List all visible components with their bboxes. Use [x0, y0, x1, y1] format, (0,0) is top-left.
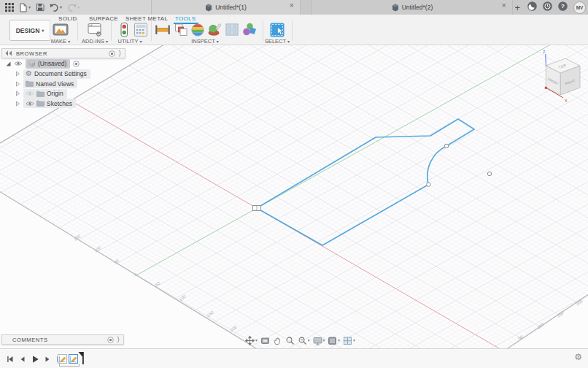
utility-group-label[interactable]: UTILITY▾	[118, 38, 142, 45]
browser-panel-header[interactable]: BROWSER	[1, 48, 125, 58]
sketch-point[interactable]	[427, 183, 430, 186]
titlebar-right-controls: + ? MV	[514, 0, 586, 15]
sketch-point[interactable]	[444, 144, 448, 147]
sketch-feature-icon[interactable]	[69, 354, 78, 364]
sketch-point[interactable]	[487, 172, 491, 175]
timeline-sketch-feature-1[interactable]	[58, 353, 67, 363]
step-back-button[interactable]	[18, 353, 27, 367]
hand-tool[interactable]	[273, 336, 282, 345]
inspect-section-analysis-icon[interactable]	[223, 21, 241, 39]
utility-traffic-light-icon[interactable]	[115, 21, 133, 39]
inspect-interference-icon[interactable]	[172, 21, 190, 39]
help-button[interactable]: ?	[558, 1, 568, 14]
job-status-button[interactable]	[543, 1, 552, 14]
display-icon[interactable]	[313, 336, 322, 345]
browser-item-sketches[interactable]: Sketches	[15, 99, 76, 108]
ribbon-divider	[77, 20, 78, 41]
tool-caret-icon[interactable]: ▾	[255, 338, 258, 342]
select-button[interactable]	[268, 21, 286, 39]
add-ins-group-label[interactable]: ADD-INS▾	[82, 38, 108, 45]
select-group-label[interactable]: SELECT▾	[265, 38, 290, 45]
extensions-button[interactable]	[527, 1, 537, 14]
browser-item-origin[interactable]: Origin	[15, 89, 67, 98]
display-tool[interactable]: ▾	[313, 336, 325, 345]
pan-tool[interactable]: ▾	[245, 336, 258, 345]
viewports-tool[interactable]: ▾	[343, 336, 355, 345]
effects-tool[interactable]: ▾	[328, 336, 340, 345]
scene-svg[interactable]: 150100500-50-100-150-20050100150200 TOPF…	[0, 45, 588, 348]
ribbon-divider	[111, 20, 112, 41]
browser-root-row[interactable]: (Unsaved)	[6, 59, 80, 68]
document-tab-1-close-icon[interactable]: ×	[290, 1, 294, 9]
inspect-draft-analysis-icon[interactable]	[206, 21, 223, 39]
effects-icon[interactable]	[328, 336, 337, 345]
panel-handle-icon[interactable]	[119, 50, 122, 57]
fit-icon[interactable]	[260, 336, 270, 345]
expand-caret-icon[interactable]	[15, 101, 20, 107]
activate-radio-icon[interactable]	[73, 61, 80, 67]
settings-gear-icon[interactable]: ⚙	[574, 352, 582, 362]
browser-item-document-settings[interactable]: ⚙Document Settings	[15, 69, 90, 78]
browser-panel-title: BROWSER	[16, 50, 105, 57]
sketch-feature-icon[interactable]	[58, 354, 67, 364]
document-tab-1[interactable]: Untitled*(1) ×	[151, 0, 301, 15]
modeling-canvas[interactable]: 150100500-50-100-150-20050100150200 TOPF…	[0, 45, 588, 348]
make-button[interactable]	[52, 21, 69, 39]
tool-caret-icon[interactable]: ▾	[308, 338, 310, 342]
hand-icon[interactable]	[273, 336, 282, 345]
tool-caret-icon[interactable]: ▾	[323, 338, 325, 342]
zoom-tool[interactable]	[285, 336, 295, 345]
visibility-eye-icon[interactable]	[26, 101, 34, 107]
expand-caret-icon[interactable]	[15, 71, 20, 77]
pan-icon[interactable]	[245, 336, 255, 345]
document-tab-2[interactable]: Untitled*(2) ×	[312, 0, 513, 15]
make-group-label[interactable]: MAKE▾	[51, 38, 70, 45]
zoom-window-icon[interactable]	[298, 336, 307, 345]
step-forward-button[interactable]	[43, 353, 52, 367]
gear-icon: ⚙	[26, 70, 32, 77]
fit-tool[interactable]	[260, 336, 270, 345]
ribbon-toolbar: DESIGN ▾ SOLID SURFACE SHEET METAL TOOLS…	[0, 15, 588, 45]
tool-caret-icon[interactable]: ▾	[338, 338, 340, 342]
panel-handle-icon[interactable]	[117, 336, 120, 343]
add-ins-button[interactable]: ⚙	[86, 21, 104, 39]
app-grid-icon[interactable]	[5, 3, 14, 12]
collapse-caret-icon[interactable]	[6, 61, 11, 66]
workspace-selector[interactable]: DESIGN ▾	[9, 20, 50, 41]
tool-caret-icon[interactable]: ▾	[353, 338, 355, 342]
undo-button[interactable]: ▾	[50, 3, 62, 12]
play-button[interactable]	[31, 353, 39, 367]
root-component-chip[interactable]: (Unsaved)	[26, 59, 70, 69]
timeline-sketch-feature-2[interactable]	[69, 353, 78, 363]
inspect-zebra-analysis-icon[interactable]	[189, 21, 206, 39]
expand-caret-icon[interactable]	[15, 91, 20, 96]
visibility-eye-icon[interactable]	[26, 91, 34, 96]
viewports-icon[interactable]	[343, 336, 352, 345]
inspect-component-color-icon[interactable]	[241, 21, 258, 39]
panel-options-icon[interactable]	[109, 50, 115, 57]
document-tab-2-close-icon[interactable]: ×	[502, 1, 506, 9]
timeline-position-marker[interactable]	[78, 351, 85, 365]
timeline-group-bracket	[59, 364, 80, 367]
user-avatar[interactable]: MV	[573, 1, 586, 14]
collapse-panel-icon[interactable]	[5, 50, 12, 56]
component-cube-icon	[28, 60, 36, 68]
inspect-group-label[interactable]: INSPECT▾	[191, 38, 219, 45]
panel-options-icon[interactable]	[107, 337, 114, 343]
expand-caret-icon[interactable]	[15, 81, 20, 87]
save-button[interactable]	[36, 3, 45, 12]
svg-text:⚙: ⚙	[96, 30, 102, 38]
browser-item-named-views[interactable]: Named Views	[15, 80, 77, 88]
zoom-window-tool[interactable]: ▾	[298, 336, 310, 345]
utility-calculator-icon[interactable]	[132, 21, 150, 39]
comments-panel-header[interactable]: COMMENTS	[1, 334, 124, 345]
inspect-measure-icon[interactable]	[154, 21, 171, 39]
zoom-icon[interactable]	[285, 336, 295, 345]
new-tab-button[interactable]: +	[514, 3, 520, 12]
file-menu-button[interactable]: ▾	[19, 3, 31, 12]
redo-button[interactable]: ▾	[67, 3, 80, 12]
browser-item-label: Sketches	[47, 100, 72, 107]
skip-start-button[interactable]	[6, 353, 15, 367]
document-tab-2-label: Untitled*(2)	[402, 4, 433, 11]
visibility-eye-icon[interactable]	[14, 61, 23, 66]
